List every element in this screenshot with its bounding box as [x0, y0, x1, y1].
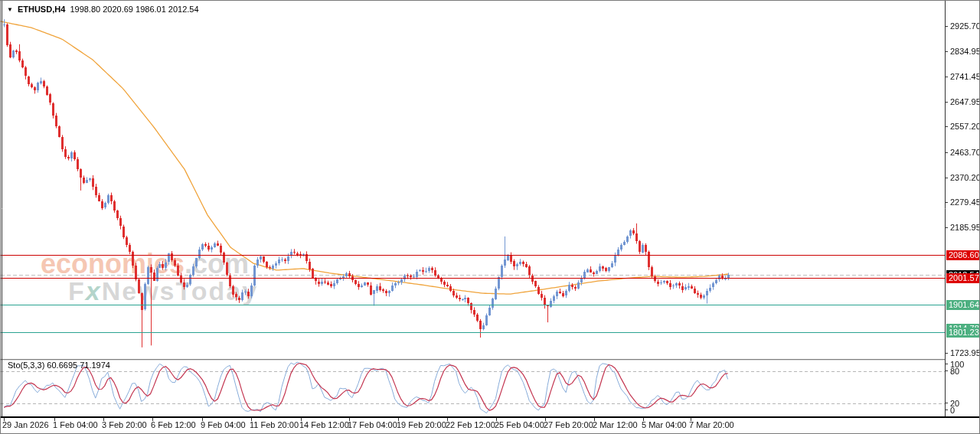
- symbol-dropdown-icon[interactable]: ▼: [7, 6, 13, 13]
- chart-window: economies.com FxNewsToday ▼ETHUSD,H4 199…: [0, 0, 980, 434]
- price-chart-canvas[interactable]: [1, 1, 980, 434]
